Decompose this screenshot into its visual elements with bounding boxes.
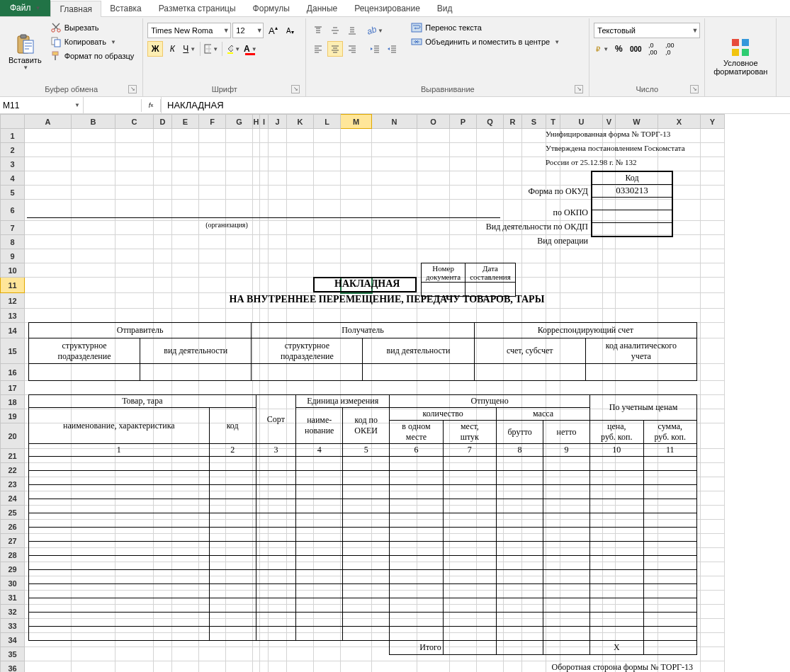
row-header[interactable]: 18 <box>1 395 25 409</box>
chevron-down-icon[interactable]: ▼ <box>74 102 80 108</box>
cell[interactable] <box>477 171 504 186</box>
cell[interactable] <box>226 661 253 673</box>
cell[interactable] <box>603 278 616 293</box>
cell[interactable] <box>701 661 725 673</box>
cell[interactable] <box>154 278 172 293</box>
cell[interactable] <box>154 249 172 263</box>
cell[interactable] <box>701 605 725 619</box>
cell[interactable] <box>658 263 701 278</box>
cell[interactable] <box>72 249 115 263</box>
cell[interactable] <box>72 293 115 309</box>
wrap-text-button[interactable]: Перенос текста <box>410 21 561 34</box>
cell[interactable] <box>522 129 546 143</box>
cell[interactable] <box>25 309 72 323</box>
row-header[interactable]: 11 <box>1 278 25 293</box>
column-header[interactable]: X <box>658 115 701 129</box>
column-header[interactable]: U <box>560 115 603 129</box>
percent-button[interactable]: % <box>611 41 626 57</box>
cell[interactable] <box>546 381 560 395</box>
cell[interactable] <box>172 278 199 293</box>
row-header[interactable]: 15 <box>1 338 25 364</box>
spreadsheet-grid[interactable]: ABCDEFGHIJKLMNOPQRSTUVWXY123456789101112… <box>0 114 790 672</box>
cell[interactable] <box>372 143 417 157</box>
tab-data[interactable]: Данные <box>298 0 346 16</box>
cell[interactable] <box>253 309 260 323</box>
cell[interactable] <box>341 157 372 171</box>
table-row[interactable] <box>29 570 697 584</box>
cell[interactable] <box>172 263 199 278</box>
cell[interactable] <box>287 309 314 323</box>
cell[interactable] <box>701 395 725 409</box>
copy-button[interactable]: Копировать▼ <box>49 35 136 48</box>
cell[interactable] <box>701 309 725 323</box>
cell[interactable] <box>701 477 725 491</box>
org-field[interactable] <box>27 217 500 218</box>
cell[interactable] <box>314 171 341 186</box>
cell[interactable] <box>603 381 616 395</box>
cell[interactable] <box>701 633 725 647</box>
cell[interactable] <box>25 293 72 309</box>
row-header[interactable]: 31 <box>1 591 25 605</box>
cell[interactable] <box>260 381 269 395</box>
cell[interactable] <box>226 263 253 278</box>
cell[interactable] <box>603 249 616 263</box>
cell[interactable] <box>72 157 115 171</box>
cell[interactable] <box>658 278 701 293</box>
cell[interactable] <box>287 278 314 293</box>
cell[interactable] <box>115 278 154 293</box>
cell[interactable] <box>172 381 199 395</box>
cell[interactable] <box>701 221 725 235</box>
cell[interactable] <box>115 129 154 143</box>
align-left-button[interactable] <box>310 41 326 57</box>
orientation-button[interactable]: ab▼ <box>367 23 383 38</box>
cell[interactable] <box>477 381 504 395</box>
font-color-button[interactable]: A▼ <box>242 41 258 57</box>
table-row[interactable] <box>29 584 697 598</box>
cell[interactable] <box>477 129 504 143</box>
cell[interactable] <box>701 423 725 449</box>
column-header[interactable]: G <box>226 115 253 129</box>
cell[interactable] <box>477 249 504 263</box>
cell[interactable] <box>72 309 115 323</box>
cell[interactable] <box>172 171 199 186</box>
cell[interactable] <box>450 309 477 323</box>
font-name-combo[interactable]: ▼ <box>147 23 231 38</box>
cell[interactable] <box>314 381 341 395</box>
cell[interactable] <box>701 200 725 221</box>
row-header[interactable]: 23 <box>1 477 25 491</box>
cell[interactable] <box>504 143 522 157</box>
cell[interactable] <box>226 129 253 143</box>
cell[interactable] <box>372 157 417 171</box>
row-header[interactable]: 2 <box>1 143 25 157</box>
cell[interactable] <box>72 129 115 143</box>
borders-button[interactable]: ▼ <box>203 41 219 57</box>
table-row[interactable] <box>29 542 697 556</box>
cell[interactable] <box>115 157 154 171</box>
cell[interactable] <box>199 129 226 143</box>
cell[interactable] <box>269 171 287 186</box>
cell[interactable] <box>72 381 115 395</box>
cell[interactable] <box>260 278 269 293</box>
cell[interactable] <box>658 293 701 309</box>
cell[interactable] <box>287 249 314 263</box>
cell[interactable] <box>253 661 260 673</box>
cell[interactable] <box>603 293 616 309</box>
column-header[interactable]: B <box>72 115 115 129</box>
shrink-font-button[interactable]: A▾ <box>282 23 298 38</box>
cell[interactable] <box>226 171 253 186</box>
row-header[interactable]: 29 <box>1 562 25 576</box>
column-header[interactable]: D <box>154 115 172 129</box>
cell[interactable] <box>260 661 269 673</box>
cell[interactable] <box>115 143 154 157</box>
row-header[interactable]: 10 <box>1 263 25 278</box>
cell[interactable] <box>260 263 269 278</box>
cell[interactable] <box>172 129 199 143</box>
cell[interactable] <box>522 171 546 186</box>
cell[interactable] <box>616 278 658 293</box>
cell[interactable] <box>504 171 522 186</box>
cell[interactable] <box>154 661 172 673</box>
cell[interactable] <box>522 249 546 263</box>
cell[interactable] <box>25 171 72 186</box>
cell[interactable] <box>701 520 725 534</box>
cell[interactable] <box>172 249 199 263</box>
